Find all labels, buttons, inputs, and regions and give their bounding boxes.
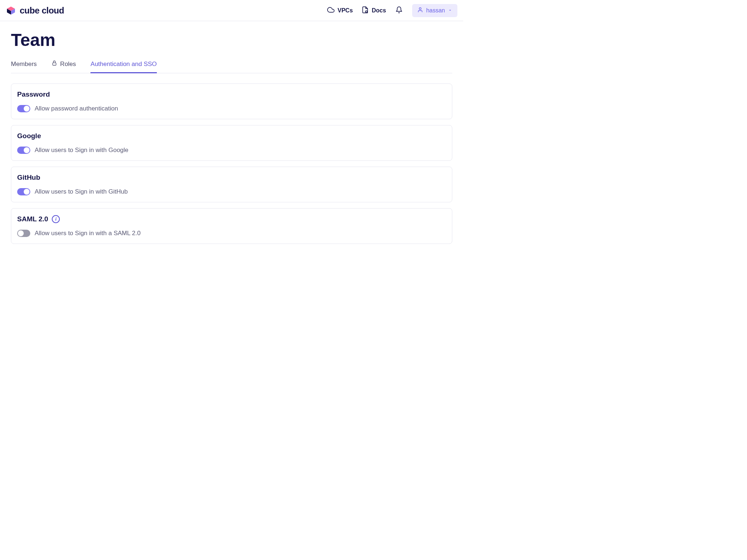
tab-roles[interactable]: Roles: [51, 60, 76, 73]
toggle-row-github: Allow users to Sign in with GitHub: [17, 188, 446, 195]
tabs: Members Roles Authentication and SSO: [11, 60, 452, 73]
card-github-title: GitHub: [17, 174, 446, 182]
card-google-title: Google: [17, 132, 446, 140]
header-right: VPCs Docs: [327, 4, 457, 17]
user-name: hassan: [426, 7, 445, 14]
toggle-row-password: Allow password authentication: [17, 105, 446, 112]
svg-line-1: [367, 12, 368, 13]
tab-members-label: Members: [11, 61, 37, 68]
lock-icon: [51, 60, 57, 68]
page-title: Team: [11, 30, 452, 50]
card-github: GitHub Allow users to Sign in with GitHu…: [11, 167, 452, 202]
brand-area[interactable]: cube cloud: [6, 5, 64, 16]
card-password: Password Allow password authentication: [11, 83, 452, 119]
toggle-password-label: Allow password authentication: [35, 105, 118, 112]
toggle-google[interactable]: [17, 147, 30, 154]
brand-text: cube cloud: [20, 5, 64, 16]
tab-authentication-sso[interactable]: Authentication and SSO: [90, 60, 156, 73]
chevron-down-icon: [448, 7, 452, 14]
toggle-password[interactable]: [17, 105, 30, 112]
card-saml-title-row: SAML 2.0 i: [17, 215, 446, 223]
cube-logo-icon: [6, 5, 16, 16]
info-icon[interactable]: i: [52, 215, 60, 223]
card-saml: SAML 2.0 i Allow users to Sign in with a…: [11, 208, 452, 244]
svg-rect-3: [53, 63, 56, 65]
card-password-title: Password: [17, 90, 446, 98]
toggle-github-label: Allow users to Sign in with GitHub: [35, 188, 128, 195]
nav-docs-label: Docs: [372, 7, 386, 14]
toggle-saml-label: Allow users to Sign in with a SAML 2.0: [35, 230, 140, 237]
docs-icon: [361, 6, 369, 15]
toggle-github[interactable]: [17, 188, 30, 195]
toggle-row-saml: Allow users to Sign in with a SAML 2.0: [17, 230, 446, 237]
tab-roles-label: Roles: [60, 61, 76, 68]
cloud-icon: [327, 6, 334, 15]
bell-icon: [395, 6, 403, 15]
toggle-google-label: Allow users to Sign in with Google: [35, 147, 128, 154]
svg-point-2: [419, 8, 421, 9]
card-google: Google Allow users to Sign in with Googl…: [11, 125, 452, 161]
nav-docs[interactable]: Docs: [361, 6, 386, 15]
toggle-saml[interactable]: [17, 230, 30, 237]
user-menu[interactable]: hassan: [412, 4, 457, 17]
tab-members[interactable]: Members: [11, 60, 37, 73]
nav-vpcs-label: VPCs: [337, 7, 353, 14]
card-saml-title: SAML 2.0: [17, 215, 48, 223]
user-icon: [417, 7, 423, 14]
page-content: Team Members Roles Authentication and SS…: [0, 21, 463, 258]
app-header: cube cloud VPCs: [0, 0, 463, 21]
toggle-row-google: Allow users to Sign in with Google: [17, 147, 446, 154]
nav-vpcs[interactable]: VPCs: [327, 6, 353, 15]
tab-auth-label: Authentication and SSO: [90, 61, 156, 68]
notifications-button[interactable]: [395, 6, 403, 15]
